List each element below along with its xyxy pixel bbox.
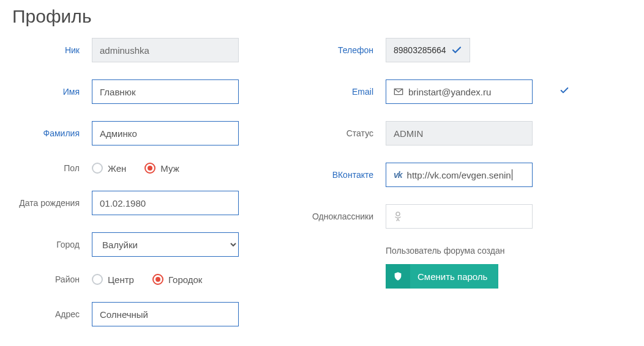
address-input[interactable]	[92, 302, 239, 326]
vk-field[interactable]: vk http://vk.com/evgen.senin	[386, 163, 533, 187]
address-label: Адрес	[12, 309, 92, 319]
gender-male-radio[interactable]: Муж	[144, 163, 179, 174]
phone-box: 89803285664	[386, 38, 470, 62]
vk-icon: vk	[394, 170, 402, 180]
profile-left-column: Ник Имя Фамилия Пол Жен	[12, 38, 269, 344]
email-label: Email	[306, 87, 386, 97]
page-title: Профиль	[12, 6, 632, 27]
dob-input[interactable]	[92, 191, 239, 215]
district-gorodok-label: Городок	[168, 274, 202, 285]
change-password-label: Сменить пароль	[417, 271, 487, 282]
svg-point-0	[396, 212, 400, 216]
ok-icon	[394, 212, 402, 221]
phone-label: Телефон	[306, 45, 386, 55]
status-label: Статус	[306, 128, 386, 138]
nick-input	[92, 38, 239, 62]
gender-female-radio[interactable]: Жен	[92, 163, 126, 174]
city-label: Город	[12, 240, 92, 249]
vk-label: ВКонтакте	[306, 170, 386, 180]
city-select[interactable]: Валуйки	[92, 232, 239, 257]
gender-label: Пол	[12, 163, 92, 173]
district-center-radio[interactable]: Центр	[92, 274, 134, 285]
change-password-button[interactable]: Сменить пароль	[386, 264, 498, 289]
radio-icon	[152, 274, 163, 285]
ok-label: Одноклассники	[306, 212, 386, 221]
text-cursor	[512, 169, 512, 180]
district-gorodok-radio[interactable]: Городок	[152, 274, 202, 285]
name-label: Имя	[12, 87, 92, 97]
radio-icon	[92, 274, 103, 285]
phone-value: 89803285664	[394, 45, 446, 55]
status-input	[386, 121, 533, 145]
radio-icon	[92, 163, 103, 174]
check-icon	[560, 86, 569, 95]
nick-label: Ник	[12, 45, 92, 55]
name-input[interactable]	[92, 79, 239, 104]
district-label: Район	[12, 274, 92, 284]
mail-icon	[394, 87, 403, 97]
district-center-label: Центр	[108, 274, 134, 285]
radio-icon	[144, 163, 155, 174]
forum-note: Пользователь форума создан	[386, 246, 612, 256]
gender-female-label: Жен	[108, 163, 126, 174]
check-icon	[451, 45, 462, 56]
dob-label: Дата рождения	[12, 198, 92, 208]
vk-value: http://vk.com/evgen.senin	[407, 170, 511, 180]
ok-input[interactable]	[407, 212, 525, 222]
lastname-label: Фамилия	[12, 128, 92, 138]
profile-right-column: Телефон 89803285664 Email	[306, 38, 612, 344]
gender-male-label: Муж	[160, 163, 179, 174]
ok-field[interactable]	[386, 204, 533, 229]
email-field[interactable]	[386, 79, 533, 104]
lastname-input[interactable]	[92, 121, 239, 145]
email-input[interactable]	[408, 87, 525, 97]
shield-icon	[386, 264, 410, 289]
